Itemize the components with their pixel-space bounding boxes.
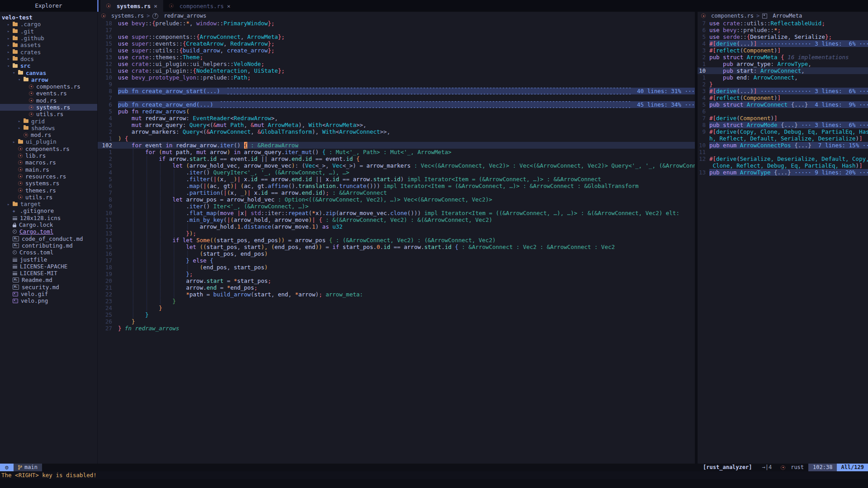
code-line[interactable]: 8 │ │ │ let arrow_pos = arrow_hold_vec :… [98,196,695,203]
code-area[interactable]: 7use crate::utils::ReflectableUuid;6use … [698,20,868,464]
code-line[interactable]: 7use crate::utils::ReflectableUuid; [698,20,868,27]
code-line[interactable]: 1 pub end: ArrowConnect, [698,74,868,81]
code-line[interactable]: 4#[reflect(Component)] [698,94,868,101]
folded-code-line[interactable]: 5pub struct ArrowConnect {...} 4 lines: … [698,101,868,108]
chevron-right-icon[interactable]: ▸ [7,29,13,33]
code-line[interactable]: 11 │ │ │ │ .min_by_key(|(arrow_hold, arr… [98,216,695,223]
chevron-right-icon[interactable]: ▸ [7,50,13,54]
close-icon[interactable]: × [154,3,157,9]
code-line[interactable]: 20 │ │ │ │ arrow.start = *start_pos; [98,277,695,284]
folded-code-line[interactable]: 6pub fn create_arrow_end(...) 45 lines: … [98,101,695,108]
tree-item-velo.png[interactable]: velo.png [0,297,97,304]
code-line[interactable]: 7#[derive(Component)] [698,115,868,122]
code-line[interactable]: 21 │ │ │ │ arrow.end = *end_pos; [98,284,695,291]
folded-code-line[interactable]: 13pub enum ArrowType {...} ····· 9 lines… [698,169,868,176]
tree-item-main.rs[interactable]: main.rs [0,166,97,173]
tree-item-arrow[interactable]: ▾arrow [0,76,97,83]
chevron-right-icon[interactable]: ▸ [7,36,13,41]
tree-item-lib.rs[interactable]: lib.rs [0,152,97,159]
chevron-down-icon[interactable]: ▾ [18,77,24,82]
tree-item-shadows[interactable]: ▸shadows [0,125,97,131]
tree-item-.cargo[interactable]: ▸.cargo [0,21,97,28]
tree-item-components.rs[interactable]: components.rs [0,83,97,90]
tree-item-systems.rs[interactable]: systems.rs [0,180,97,187]
code-line[interactable]: 17 │ │ │ │ } else { [98,257,695,264]
code-line[interactable]: 6 │ │ │ │ .map(|(ac, gt)| (ac, gt.affine… [98,183,695,189]
tree-item-.gitignore[interactable]: ◆.gitignore [0,207,97,214]
tab-components-rs[interactable]: components.rs × [163,0,236,12]
tree-item-docs[interactable]: ▸docs [0,56,97,62]
editor-pane[interactable]: systems.rs > f redraw_arrows 18use bevy:… [97,12,695,464]
code-line[interactable]: 14use super::utils::{build_arrow, create… [98,47,695,54]
folded-code-line[interactable]: 8pub struct ArrowMode {...} ··· 3 lines:… [698,122,868,128]
tree-item-components.rs[interactable]: components.rs [0,145,97,152]
folded-code-line[interactable]: 10pub enum ArrowConnectPos {...} 7 lines… [698,142,868,149]
code-line[interactable]: 3 │ │ │ let (arrow_hold_vec, arrow_move_… [98,162,695,169]
code-line[interactable]: 18 │ │ │ │ │ (end_pos, start_pos) [98,264,695,271]
code-line[interactable]: 12 │ │ │ │ │ arrow_hold.1.distance(arrow… [98,223,695,230]
code-line[interactable]: 3 mut arrow_query: Query<(&mut Path, &mu… [98,122,695,128]
code-line[interactable]: 2 arrow_markers: Query<(&ArrowConnect, &… [98,128,695,135]
code-line[interactable]: 24 │ │ } [98,305,695,311]
code-line[interactable]: 7 [98,94,695,101]
code-line[interactable]: 1) { [98,135,695,142]
tree-item-velo.gif[interactable]: velo.gif [0,291,97,297]
code-line[interactable]: 13use crate::themes::Theme; [98,54,695,61]
code-line[interactable]: 4 │ │ │ │ .iter() QueryIter<'_, '_, (&Ar… [98,169,695,176]
code-line[interactable]: 11 [698,149,868,155]
tree-item-Cargo.lock[interactable]: Cargo.lock [0,221,97,228]
code-line[interactable]: h, Reflect, Default, Serialize, Deserial… [698,135,868,142]
code-line[interactable]: 14 │ │ │ if let Some((start_pos, end_pos… [98,237,695,244]
tree-item-utils.rs[interactable]: utils.rs [0,194,97,201]
tree-item-code_of_conduct.md[interactable]: M↓code_of_conduct.md [0,235,97,242]
tree-item-utils.rs[interactable]: utils.rs [0,111,97,117]
tree-item-Cross.toml[interactable]: Cross.toml [0,249,97,256]
right-editor-pane[interactable]: components.rs > ArrowMeta 7use crate::ut… [698,12,868,464]
folded-code-line[interactable]: 4#[derive(...)] ··············· 3 lines:… [698,40,868,47]
file-explorer[interactable]: velo-test▸.cargo▸.git▸.github▸assets▸cra… [0,12,97,464]
code-line[interactable]: 1 │ for (mut path, mut arrow) in arrow_q… [98,149,695,155]
tree-item-mod.rs[interactable]: mod.rs [0,131,97,138]
chevron-right-icon[interactable]: ▸ [7,202,13,206]
chevron-down-icon[interactable]: ▾ [13,70,18,75]
code-line[interactable]: 19 │ │ │ │ }; [98,271,695,277]
code-line[interactable]: 10 │ │ │ │ .flat_map(move |x| std::iter:… [98,210,695,216]
chevron-right-icon[interactable]: ▸ [18,126,24,130]
tree-item-target[interactable]: ▸target [0,201,97,207]
code-line[interactable]: 7 │ │ │ │ .partition(|(x, _)| x.id == ar… [98,189,695,196]
tree-item-systems.rs[interactable]: systems.rs [0,104,97,111]
tree-item-contributing.md[interactable]: M↓contributing.md [0,242,97,249]
tree-item-LICENSE-APACHE[interactable]: LICENSE-APACHE [0,263,97,270]
code-line[interactable]: 2pub struct ArrowMeta { 16 implementatio… [698,54,868,61]
code-line[interactable]: 13 │ │ │ │ }); [98,230,695,237]
code-line[interactable]: 17 [98,27,695,33]
chevron-right-icon[interactable]: ▸ [7,43,13,47]
code-line[interactable]: Clone, Reflect, Debug, Eq, PartialEq, Ha… [698,162,868,169]
code-line[interactable]: 1 pub arrow_type: ArrowType, [698,61,868,67]
tree-item-grid[interactable]: ▸grid [0,117,97,124]
code-line[interactable]: 15 │ │ │ │ let ((start_pos, start), (end… [98,244,695,250]
code-line[interactable]: 18use bevy::{prelude::*, window::Primary… [98,20,695,27]
code-line[interactable]: 3#[reflect(Component)] [698,47,868,54]
code-line[interactable]: 23 │ │ │ } [98,298,695,305]
tree-item-justfile[interactable]: justfile [0,256,97,263]
tree-item-assets[interactable]: ▸assets [0,42,97,48]
code-line[interactable]: 9#[derive(Copy, Clone, Debug, Eq, Partia… [698,128,868,135]
code-line[interactable]: 2} [698,81,868,88]
tree-item-mod.rs[interactable]: mod.rs [0,97,97,104]
tree-item-resources.rs[interactable]: resources.rs [0,173,97,180]
code-line[interactable]: 12use crate::ui_plugin::ui_helpers::Velo… [98,61,695,67]
close-icon[interactable]: × [227,3,231,9]
code-line[interactable]: 4 mut redraw_arrow: EventReader<RedrawAr… [98,115,695,122]
code-line[interactable]: 15use super::events::{CreateArrow, Redra… [98,40,695,47]
code-line[interactable]: 11use crate::ui_plugin::{NodeInteraction… [98,67,695,74]
code-area[interactable]: 18use bevy::{prelude::*, window::Primary… [98,20,695,464]
tree-item-macros.rs[interactable]: macros.rs [0,159,97,166]
chevron-right-icon[interactable]: ▸ [7,56,13,61]
code-line[interactable]: 102 for event in redraw_arrow.iter() { :… [98,142,695,149]
code-line[interactable]: 9 [98,81,695,88]
tree-item-LICENSE-MIT[interactable]: LICENSE-MIT [0,270,97,277]
tree-item-themes.rs[interactable]: themes.rs [0,187,97,193]
tree-item-Readme.md[interactable]: M↓Readme.md [0,277,97,283]
code-line[interactable]: 27} fn redraw_arrows [98,325,695,332]
